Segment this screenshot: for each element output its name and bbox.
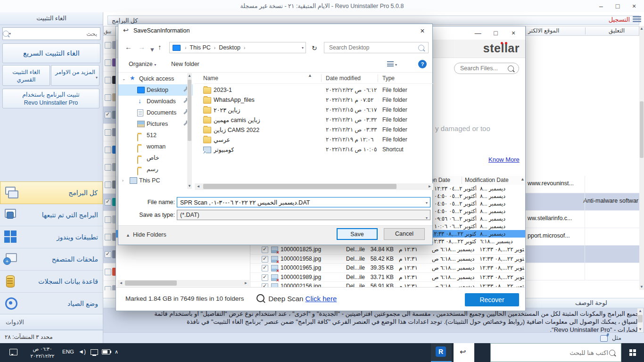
back-icon[interactable]: ← — [125, 43, 132, 51]
program-checkbox[interactable] — [105, 234, 111, 240]
revo-vertical-scrollbar[interactable]: ▲ ▼ — [639, 26, 644, 290]
stellar-search-input[interactable] — [459, 65, 508, 72]
scroll-up-icon[interactable]: ▲ — [187, 73, 192, 79]
tree-item[interactable]: Desktop — [118, 84, 193, 96]
organize-button[interactable]: Organize ▾ — [129, 61, 156, 67]
taskbar-search-input[interactable] — [496, 349, 609, 357]
thumbs-up-icon[interactable] — [600, 335, 608, 342]
scroll-down-icon[interactable]: ▼ — [637, 327, 643, 332]
breadcrumb-this-pc[interactable]: This PC — [190, 44, 210, 51]
stellar-tree-horizontal-scrollbar[interactable]: ◄ ► — [117, 280, 249, 287]
stellar-close-button[interactable]: × — [505, 27, 521, 39]
creation-date-column-header[interactable]: on Date — [430, 177, 450, 183]
tree-item[interactable]: › This PC — [118, 175, 193, 186]
tree-item[interactable]: ⌄ Quick access — [118, 73, 193, 84]
tree-item[interactable]: خاص — [118, 152, 193, 164]
tree-item[interactable]: Downloads — [118, 96, 193, 107]
forced-uninstall-button[interactable]: الغاء التثبيت القسري — [2, 65, 50, 86]
quick-uninstall-button[interactable]: الغاء التثبيت السريع — [2, 43, 100, 63]
scroll-right-icon[interactable]: ► — [426, 183, 433, 190]
stellar-maximize-button[interactable]: □ — [487, 27, 504, 39]
file-checkbox[interactable] — [262, 247, 268, 253]
action-center-icon[interactable] — [9, 349, 17, 355]
description-scrollbar[interactable]: ▲ ▼ — [637, 308, 643, 332]
program-checkbox[interactable] — [105, 286, 111, 290]
name-column-header[interactable]: Name — [203, 75, 218, 82]
stellar-file-row[interactable]: 1000001958.jpg Del...ile 58.42 KB ⁨م⁩ ⁨١… — [250, 255, 525, 264]
file-list-horizontal-scrollbar[interactable]: ◄ ► — [195, 183, 433, 190]
file-row[interactable]: كومبيوتر ١٠:٠٥ ص ٢٠٢٢/١٢/١٤ Shortcut — [195, 145, 433, 155]
revo-close-button[interactable]: × — [627, 1, 642, 11]
dialog-search-input[interactable] — [328, 44, 418, 51]
scrollbar-thumb[interactable] — [203, 184, 396, 189]
program-checkbox[interactable] — [105, 164, 111, 171]
type-column-header[interactable]: Type — [382, 75, 395, 82]
program-checkbox[interactable] — [105, 59, 111, 66]
scrollbar-thumb[interactable] — [640, 101, 644, 158]
scroll-left-icon[interactable]: ◄ — [195, 183, 202, 190]
deep-scan-click-here-link[interactable]: Click here — [305, 295, 337, 303]
save-as-type-combo[interactable]: (*.DAT) ▾ — [177, 210, 430, 220]
scroll-left-icon[interactable]: ◄ — [117, 280, 124, 287]
view-options-button[interactable]: ▾ — [387, 61, 401, 67]
scroll-right-icon[interactable]: ► — [242, 280, 249, 287]
scrollbar-thumb[interactable] — [188, 80, 191, 141]
expander-icon[interactable]: › — [122, 175, 124, 186]
program-checkbox[interactable] — [105, 94, 111, 101]
file-row[interactable]: WhatsApp_files ٠٧:٥٢ م ٢٠٢٢/١٢/٢١ File f… — [195, 95, 433, 105]
sidebar-search[interactable]: ▾ — [2, 27, 100, 40]
breadcrumb[interactable]: › This PC › Desktop › ▾ — [169, 42, 306, 53]
start-button[interactable] — [621, 343, 644, 362]
register-link[interactable]: التسجيل — [609, 16, 630, 23]
program-checkbox[interactable] — [105, 251, 111, 258]
refresh-icon[interactable]: ↻ — [312, 44, 317, 52]
scroll-up-icon[interactable]: ▲ — [637, 308, 643, 314]
stellar-search-box[interactable] — [454, 63, 519, 74]
dialog-close-button[interactable]: × — [413, 24, 432, 38]
sidebar-search-input[interactable] — [11, 31, 100, 37]
history-chevron-icon[interactable]: ▾ — [150, 45, 154, 54]
program-checkbox[interactable] — [105, 147, 111, 153]
file-checkbox[interactable] — [262, 274, 268, 281]
hide-folders-button[interactable]: ▲Hide Folders — [126, 231, 166, 238]
modification-date-column-header[interactable]: Modification Date — [465, 177, 509, 183]
program-list-row[interactable]: www.revouninst... — [526, 176, 639, 193]
file-row[interactable]: مهمين camis زباين ٠٣:٣٢ ص ٢٠٢٢/١٢/٢١ Fil… — [195, 115, 433, 125]
file-row[interactable]: عرسي ١٢:٠٦ م ٢٠٢٢/١٢/١٩ File folder — [195, 135, 433, 145]
stellar-file-row[interactable]: 1000001965.jpg Del...ile 39.35 KB ⁨م⁩ ⁨١… — [250, 263, 525, 273]
sidebar-tools-section[interactable]: الادوات — [0, 314, 103, 330]
sidebar-nav-item[interactable]: كل البرامج — [0, 181, 103, 204]
battery-icon[interactable] — [102, 349, 110, 354]
file-row[interactable]: زباين CAMS 2022 ٠٣:٣٣ ص ٢٠٢٢/١٢/٢١ File … — [195, 125, 433, 135]
tree-item[interactable]: woman — [118, 141, 193, 152]
taskbar-search[interactable] — [490, 343, 621, 362]
sidebar-nav-item[interactable]: وضع الصياد — [0, 293, 103, 315]
comment-column-header[interactable]: التعليق — [609, 27, 625, 34]
file-name-input[interactable] — [177, 197, 423, 207]
dialog-search-box[interactable] — [324, 42, 429, 53]
stellar-file-row[interactable]: 1000001989.jpg Del...ile 33.71 KB ⁨م⁩ ⁨١… — [250, 273, 525, 282]
file-name-combo[interactable]: ▾ — [177, 197, 430, 207]
scroll-down-icon[interactable]: ▼ — [639, 284, 644, 290]
language-indicator[interactable]: ENG — [62, 349, 74, 354]
stellar-minimize-button[interactable]: — — [470, 27, 486, 39]
program-checkbox[interactable] — [105, 181, 111, 188]
save-button[interactable]: Save — [337, 228, 378, 240]
menu-hamburger-icon[interactable] — [633, 16, 641, 23]
revo-maximize-button[interactable]: □ — [610, 1, 625, 11]
tree-scrollbar[interactable]: ▲ ▼ — [187, 73, 192, 189]
file-row[interactable]: زباين ٢٠٢٣ ٠٦:١٧ ص ٢٠٢٢/١٢/١٥ File folde… — [195, 105, 433, 115]
scroll-up-icon[interactable]: ▲ — [639, 26, 644, 32]
program-checkbox[interactable] — [105, 77, 111, 83]
new-folder-button[interactable]: New folder — [171, 61, 199, 67]
breadcrumb-dropdown-icon[interactable]: ▾ — [302, 46, 304, 50]
recover-button[interactable]: Recover — [465, 293, 519, 306]
program-checkbox[interactable] — [105, 269, 111, 275]
expander-icon[interactable]: ⌄ — [122, 73, 126, 84]
program-checkbox[interactable] — [105, 42, 111, 49]
chevron-down-icon[interactable]: ▾ — [426, 214, 428, 223]
tree-item[interactable]: رسم — [118, 164, 193, 175]
help-button[interactable]: ? — [418, 60, 427, 68]
tree-item[interactable]: 512 — [118, 130, 193, 141]
taskbar-revo-icon[interactable] — [431, 343, 452, 362]
